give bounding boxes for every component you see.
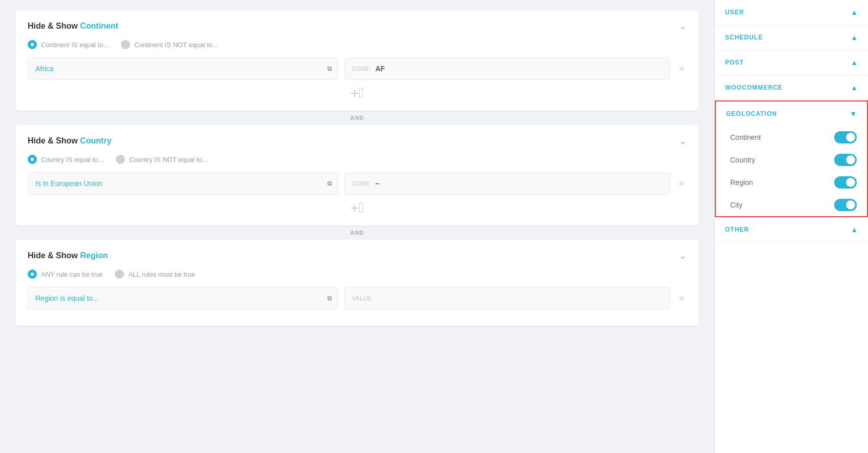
radio-row-country: Country IS equal to... Country IS NOT eq… (28, 155, 687, 164)
sidebar-item-label-continent: Continent (730, 133, 761, 141)
sidebar-section-header-other[interactable]: OTHER ▲ (715, 217, 868, 242)
sidebar-section-header-schedule[interactable]: SCHEDULE ▲ (715, 25, 868, 50)
collapse-continent-button[interactable]: ⌄ (679, 20, 687, 32)
radio-any-rule-region[interactable]: ANY rule can be true (28, 270, 102, 279)
sidebar-section-post: POST ▲ (715, 50, 868, 75)
condition-row-region: Region is equal to... Region is not equa… (28, 287, 687, 310)
sidebar-section-other: OTHER ▲ (715, 217, 868, 242)
continent-code-value: AF (376, 65, 385, 73)
select-wrapper-country: Is in European Union United States Unite… (28, 172, 338, 195)
region-select[interactable]: Region is equal to... Region is not equa… (28, 287, 338, 310)
sidebar-chevron-user-icon: ▲ (851, 8, 858, 16)
condition-row-country: Is in European Union United States Unite… (28, 172, 687, 195)
toggle-slider-city (834, 199, 857, 211)
radio-dot-inactive-country (116, 155, 125, 164)
radio-all-rules-region[interactable]: ALL rules must be true (115, 270, 195, 279)
radio-is-not-equal-label-country: Country IS NOT equal to... (129, 156, 208, 163)
rule-card-country: Hide & Show Country ⌄ Country IS equal t… (15, 125, 699, 225)
toggle-slider-region (834, 176, 857, 189)
main-content: Hide & Show Continent ⌄ Continent IS equ… (0, 0, 714, 453)
sidebar-section-title-other: OTHER (725, 226, 749, 233)
and-divider-2: AND (15, 230, 699, 236)
sidebar-chevron-geolocation-icon: ▼ (850, 110, 857, 118)
continent-code-label: CODE: (352, 66, 371, 72)
rule-highlight-region: Region (80, 251, 108, 260)
and-divider-1: AND (15, 115, 699, 121)
sidebar-section-title-post: POST (725, 59, 744, 66)
continent-code-field: CODE: AF (344, 57, 670, 80)
toggle-slider-continent (834, 131, 857, 143)
radio-is-equal-label-continent: Continent IS equal to... (41, 41, 109, 49)
sidebar-item-region: Region (716, 171, 867, 194)
sidebar-chevron-other-icon: ▲ (851, 225, 858, 234)
rule-highlight-continent: Continent (80, 22, 118, 30)
continent-select[interactable]: Africa Asia Europe Americas Oceania Anta… (28, 57, 338, 80)
sidebar-item-label-region: Region (730, 178, 753, 187)
sidebar-section-title-user: USER (725, 9, 744, 16)
radio-is-equal-label-country: Country IS equal to... (41, 156, 104, 163)
radio-all-rules-label-region: ALL rules must be true (128, 271, 195, 278)
delete-continent-condition-button[interactable]: × (676, 61, 687, 76)
toggle-city[interactable] (834, 199, 857, 211)
condition-row-continent: Africa Asia Europe Americas Oceania Anta… (28, 57, 687, 80)
radio-dot-active-continent (28, 40, 37, 49)
sidebar-section-schedule: SCHEDULE ▲ (715, 25, 868, 50)
add-country-condition-button[interactable]: +⃝ (350, 201, 364, 215)
toggle-region[interactable] (834, 176, 857, 189)
rule-card-region: Hide & Show Region ⌄ ANY rule can be tru… (15, 240, 699, 326)
radio-dot-inactive-continent (121, 40, 130, 49)
sidebar-section-title-woocommerce: WOOCOMMERCE (725, 84, 782, 91)
rule-title-country: Hide & Show Country (28, 136, 112, 146)
sidebar-section-woocommerce: WOOCOMMERCE ▲ (715, 75, 868, 100)
radio-is-not-equal-country[interactable]: Country IS NOT equal to... (116, 155, 208, 164)
sidebar-chevron-schedule-icon: ▲ (851, 33, 858, 42)
select-wrapper-region: Region is equal to... Region is not equa… (28, 287, 338, 310)
rule-highlight-country: Country (80, 136, 111, 145)
country-code-label: CODE: (352, 180, 371, 187)
collapse-country-button[interactable]: ⌄ (679, 135, 687, 147)
sidebar-section-user: USER ▲ (715, 0, 868, 25)
radio-dot-inactive-region (115, 270, 124, 279)
sidebar-section-header-user[interactable]: USER ▲ (715, 0, 868, 25)
sidebar-item-label-country: Country (730, 156, 755, 164)
country-code-field: CODE: – (344, 172, 670, 195)
region-code-field: VALUE: (344, 287, 670, 310)
radio-any-rule-label-region: ANY rule can be true (41, 271, 102, 278)
rule-header-continent: Hide & Show Continent ⌄ (28, 20, 687, 32)
sidebar-section-title-geolocation: GEOLOCATION (726, 110, 777, 117)
sidebar: USER ▲ SCHEDULE ▲ POST ▲ WOOCOMMERCE ▲ G… (714, 0, 868, 453)
rule-header-region: Hide & Show Region ⌄ (28, 250, 687, 261)
sidebar-chevron-woocommerce-icon: ▲ (851, 84, 858, 92)
toggle-slider-country (834, 154, 857, 166)
radio-is-equal-continent[interactable]: Continent IS equal to... (28, 40, 109, 49)
sidebar-section-header-post[interactable]: POST ▲ (715, 50, 868, 75)
rule-card-continent: Hide & Show Continent ⌄ Continent IS equ… (15, 10, 699, 111)
radio-is-not-equal-label-continent: Continent IS NOT equal to... (134, 41, 218, 49)
rule-title-continent: Hide & Show Continent (28, 22, 118, 31)
rule-header-country: Hide & Show Country ⌄ (28, 135, 687, 147)
radio-dot-active-country (28, 155, 37, 164)
sidebar-section-header-woocommerce[interactable]: WOOCOMMERCE ▲ (715, 75, 868, 100)
radio-row-region: ANY rule can be true ALL rules must be t… (28, 270, 687, 279)
toggle-country[interactable] (834, 154, 857, 166)
sidebar-section-title-schedule: SCHEDULE (725, 34, 763, 41)
radio-row-continent: Continent IS equal to... Continent IS NO… (28, 40, 687, 49)
region-code-label: VALUE: (352, 295, 373, 301)
sidebar-section-geolocation: GEOLOCATION ▼ Continent Country Region (715, 100, 868, 217)
sidebar-chevron-post-icon: ▲ (851, 58, 858, 67)
radio-dot-active-region (28, 270, 37, 279)
radio-is-not-equal-continent[interactable]: Continent IS NOT equal to... (121, 40, 218, 49)
delete-region-condition-button[interactable]: × (676, 291, 687, 305)
sidebar-item-continent: Continent (716, 126, 867, 149)
radio-is-equal-country[interactable]: Country IS equal to... (28, 155, 104, 164)
sidebar-item-label-city: City (730, 201, 742, 209)
add-continent-condition-button[interactable]: +⃝ (350, 86, 364, 100)
sidebar-section-header-geolocation[interactable]: GEOLOCATION ▼ (716, 101, 867, 126)
toggle-continent[interactable] (834, 131, 857, 143)
country-code-value: – (376, 179, 380, 188)
country-select[interactable]: Is in European Union United States Unite… (28, 172, 338, 195)
delete-country-condition-button[interactable]: × (676, 176, 687, 191)
sidebar-item-country: Country (716, 149, 867, 171)
sidebar-item-city: City (716, 194, 867, 216)
collapse-region-button[interactable]: ⌄ (679, 250, 687, 261)
